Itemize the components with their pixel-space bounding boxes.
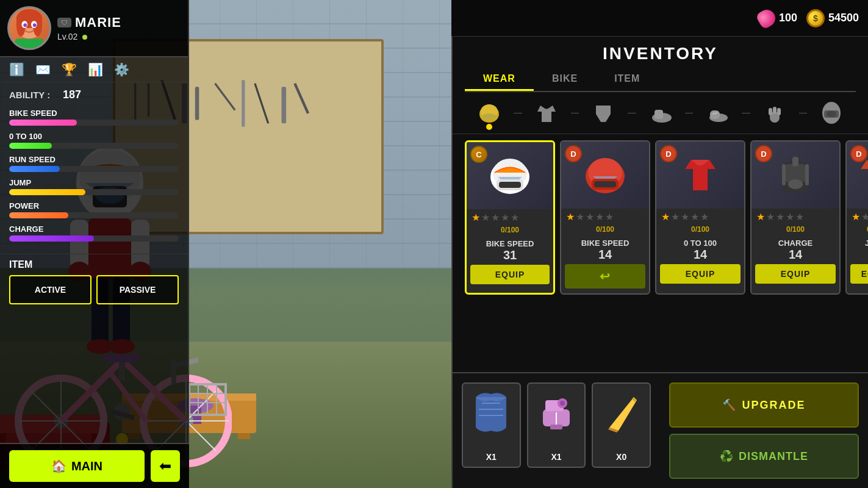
cat-divider2 — [571, 113, 579, 113]
item-card-4[interactable]: D ★ ★ ★ 0/100 JUMP 14 EQUIP — [845, 140, 868, 295]
material-count-0: X1 — [486, 452, 497, 462]
coin-count: 54500 — [828, 12, 859, 24]
home-icon: 🏠 — [51, 459, 66, 473]
left-panel: 🛡 MARIE Lv.02 ℹ️ ✉️ 🏆 📊 ⚙️ ABILITY : 187… — [0, 0, 189, 488]
material-slot-1[interactable]: X1 — [527, 382, 586, 468]
svg-rect-6 — [242, 80, 245, 126]
inventory-panel: 100 $ 54500 INVENTORY WEAR BIKE ITEM — [451, 0, 868, 488]
item-title: ITEM — [9, 259, 179, 270]
cat-divider3 — [628, 113, 636, 113]
cat-shirt[interactable] — [522, 97, 571, 129]
ability-row: ABILITY : 187 — [9, 88, 179, 101]
item-buttons: ACTIVE PASSIVE — [9, 275, 179, 304]
item-stars-1: ★ ★ ★ ★ ★ — [561, 209, 649, 225]
svg-point-89 — [827, 111, 836, 117]
passive-button[interactable]: PASSIVE — [96, 275, 179, 304]
stats-icon[interactable]: 📊 — [88, 62, 103, 77]
svg-line-5 — [215, 84, 235, 110]
material-icon-2 — [603, 391, 640, 439]
svg-line-7 — [255, 84, 268, 123]
material-count-2: X0 — [616, 452, 626, 462]
svg-rect-103 — [805, 164, 809, 185]
tab-bike[interactable]: BIKE — [534, 68, 596, 91]
item-grade-0: C — [470, 146, 487, 163]
jump-stat: JUMP — [9, 178, 179, 195]
svg-point-100 — [788, 179, 803, 189]
svg-point-72 — [33, 23, 37, 27]
zero-to-100-stat: 0 TO 100 — [9, 132, 179, 149]
item-card-0[interactable]: C ★ ★ ★ ★ ★ 0/100 BIKE SPEED 3 — [465, 140, 555, 295]
material-count-1: X1 — [551, 452, 561, 462]
item-stat-name-4: JUMP — [847, 236, 868, 248]
charge-stat: CHARGE — [9, 224, 179, 242]
item-section: ITEM ACTIVE PASSIVE — [0, 254, 188, 309]
item-stars-0: ★ ★ ★ ★ ★ — [467, 209, 553, 226]
item-card-3[interactable]: D ★ ★ ★ ★ ★ 0/100 CHARGE 14 — [750, 140, 841, 295]
cat-shoes[interactable] — [636, 97, 685, 129]
shield-badge: 🛡 — [57, 18, 71, 27]
item-stat-value-4: 14 — [847, 248, 868, 264]
settings-icon[interactable]: ⚙️ — [114, 62, 129, 77]
actions-section: 🔨 UPGRADE ♻️ DISMANTLE — [660, 373, 868, 488]
cat-divider6 — [799, 113, 808, 113]
cat-gloves[interactable] — [750, 97, 799, 129]
svg-rect-101 — [792, 157, 798, 167]
cat-pants[interactable] — [579, 97, 628, 129]
item-stat-value-0: 31 — [467, 248, 553, 265]
items-grid: C ★ ★ ★ ★ ★ 0/100 BIKE SPEED 3 — [453, 134, 868, 301]
svg-line-9 — [295, 84, 308, 113]
run-speed-stat: RUN SPEED — [9, 155, 179, 172]
upgrade-icon: 🔨 — [722, 398, 737, 412]
mail-icon[interactable]: ✉️ — [35, 62, 51, 77]
item-card-1[interactable]: D ★ ★ ★ ★ ★ 0/100 BIKE SPEED 14 ↩ — [560, 140, 650, 295]
svg-rect-97 — [594, 181, 616, 187]
action-icons-row: ℹ️ ✉️ 🏆 📊 ⚙️ — [0, 57, 188, 82]
back-button-1[interactable]: ↩ — [565, 264, 645, 289]
svg-rect-81 — [710, 110, 720, 119]
main-button[interactable]: 🏠 MAIN — [9, 450, 145, 482]
tab-item[interactable]: ITEM — [596, 68, 658, 91]
cat-helmet[interactable] — [465, 97, 514, 129]
level-dot — [82, 35, 87, 40]
power-stat: POWER — [9, 201, 179, 218]
item-grade-3: D — [755, 145, 772, 162]
active-button[interactable]: ACTIVE — [9, 275, 91, 304]
svg-rect-79 — [655, 110, 663, 119]
equip-button-2[interactable]: EQUIP — [660, 264, 741, 284]
item-stat-name-3: CHARGE — [751, 236, 839, 248]
top-bar: 100 $ 54500 — [451, 0, 868, 37]
equip-button-0[interactable]: EQUIP — [470, 265, 550, 284]
player-info: 🛡 MARIE Lv.02 — [57, 15, 181, 41]
gem-icon — [755, 6, 778, 29]
cat-mask[interactable] — [807, 97, 856, 129]
back-arrow-button[interactable]: ⬅ — [151, 450, 180, 482]
dismantle-button[interactable]: ♻️ DISMANTLE — [669, 434, 859, 479]
inventory-bottom: X1 X1 — [453, 372, 868, 488]
item-progress-2: 0/100 — [656, 225, 744, 236]
item-progress-3: 0/100 — [751, 225, 839, 236]
item-stat-value-1: 14 — [561, 248, 649, 264]
item-stat-value-3: 14 — [751, 248, 839, 264]
info-icon[interactable]: ℹ️ — [9, 62, 24, 77]
material-slot-2[interactable]: X0 — [592, 382, 651, 468]
item-grade-4: D — [850, 145, 867, 162]
tab-wear[interactable]: WEAR — [465, 68, 534, 91]
equip-button-3[interactable]: EQUIP — [755, 264, 836, 284]
svg-rect-8 — [282, 87, 287, 123]
cat-sneakers[interactable] — [693, 97, 742, 129]
svg-rect-86 — [777, 108, 781, 115]
equip-button-4[interactable]: EQUIP — [850, 264, 868, 284]
item-stars-3: ★ ★ ★ ★ ★ — [751, 209, 839, 225]
cat-divider — [514, 113, 522, 113]
upgrade-button[interactable]: 🔨 UPGRADE — [669, 382, 859, 428]
material-slot-0[interactable]: X1 — [462, 382, 521, 468]
svg-rect-102 — [782, 164, 786, 185]
materials-section: X1 X1 — [453, 373, 660, 488]
svg-rect-20 — [238, 433, 250, 439]
dismantle-icon: ♻️ — [720, 450, 734, 463]
item-grade-1: D — [565, 145, 582, 162]
material-icon-0 — [473, 391, 509, 439]
item-progress-1: 0/100 — [561, 225, 649, 236]
achievement-icon[interactable]: 🏆 — [62, 62, 77, 77]
item-card-2[interactable]: D ★ ★ ★ ★ ★ 0/100 0 TO 100 14 EQUIP — [655, 140, 745, 295]
